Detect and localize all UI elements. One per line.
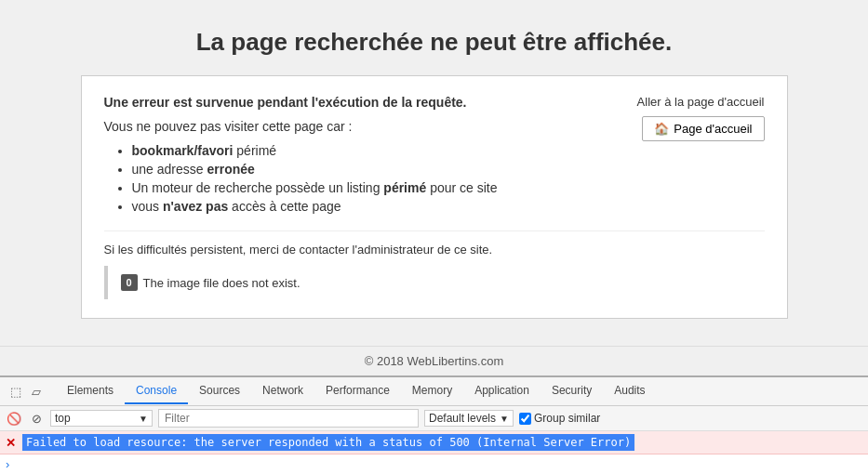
image-error-icon: 0 bbox=[121, 274, 138, 291]
inspect-icon[interactable]: ⬚ bbox=[7, 383, 24, 400]
levels-arrow: ▼ bbox=[500, 414, 509, 424]
levels-label: Default levels bbox=[429, 412, 496, 425]
clear-console-icon[interactable]: 🚫 bbox=[6, 410, 22, 427]
list-item: bookmark/favori périmé bbox=[132, 143, 597, 158]
error-icon: ✕ bbox=[6, 436, 19, 450]
list-item: Un moteur de recherche possède un listin… bbox=[132, 180, 597, 195]
levels-selector[interactable]: Default levels ▼ bbox=[424, 410, 514, 427]
error-box: Une erreur est survenue pendant l'exécut… bbox=[81, 75, 788, 319]
tab-console[interactable]: Console bbox=[125, 378, 188, 404]
log-prompt-row: › bbox=[0, 454, 868, 474]
tab-application[interactable]: Application bbox=[463, 378, 541, 404]
filter-icon[interactable]: ⊘ bbox=[28, 410, 45, 427]
persist-text: Si les difficultés persistent, merci de … bbox=[104, 230, 765, 299]
list-item: une adresse erronée bbox=[132, 162, 597, 177]
tab-sources[interactable]: Sources bbox=[188, 378, 251, 404]
footer-bar: © 2018 WebLibertins.com bbox=[0, 346, 868, 375]
image-error-row: 0 The image file does not exist. bbox=[104, 266, 765, 299]
context-selector[interactable]: top ▼ bbox=[50, 410, 153, 427]
error-right: Aller à la page d'accueil 🏠 Page d'accue… bbox=[597, 95, 765, 141]
home-icon: 🏠 bbox=[654, 122, 669, 136]
go-home-label: Aller à la page d'accueil bbox=[637, 95, 765, 109]
prompt-icon: › bbox=[6, 457, 9, 471]
devtools-tabs: ⬚ ▱ Elements Console Sources Network Per… bbox=[0, 377, 868, 406]
context-value: top bbox=[55, 412, 135, 425]
error-sub-text: Vous ne pouvez pas visiter cette page ca… bbox=[104, 119, 597, 134]
footer-text: © 2018 WebLibertins.com bbox=[365, 354, 504, 368]
group-similar-checkbox[interactable] bbox=[519, 413, 531, 425]
page-title: La page recherchée ne peut être affichée… bbox=[196, 28, 673, 57]
error-main-text: Une erreur est survenue pendant l'exécut… bbox=[104, 95, 597, 110]
tab-elements[interactable]: Elements bbox=[56, 378, 125, 404]
tab-audits[interactable]: Audits bbox=[603, 378, 656, 404]
devtools-icon-group: ⬚ ▱ bbox=[6, 377, 47, 405]
persist-paragraph: Si les difficultés persistent, merci de … bbox=[104, 243, 765, 257]
vertical-bar bbox=[104, 266, 108, 299]
devtools-panel: ⬚ ▱ Elements Console Sources Network Per… bbox=[0, 375, 868, 474]
log-error-text: Failed to load resource: the server resp… bbox=[22, 434, 634, 451]
log-error-selected-text: Failed to load resource: the server resp… bbox=[22, 434, 634, 451]
console-filter-input[interactable] bbox=[158, 409, 419, 428]
list-item: vous n'avez pas accès à cette page bbox=[132, 199, 597, 214]
tab-memory[interactable]: Memory bbox=[401, 378, 463, 404]
home-button-label: Page d'accueil bbox=[674, 122, 752, 136]
home-button[interactable]: 🏠 Page d'accueil bbox=[642, 116, 764, 141]
tab-security[interactable]: Security bbox=[541, 378, 603, 404]
error-list: bookmark/favori périmé une adresse erron… bbox=[132, 143, 597, 214]
device-icon[interactable]: ▱ bbox=[28, 383, 45, 400]
group-similar-text: Group similar bbox=[534, 412, 600, 425]
context-arrow: ▼ bbox=[139, 414, 148, 424]
tab-network[interactable]: Network bbox=[251, 378, 314, 404]
error-top-row: Une erreur est survenue pendant l'exécut… bbox=[104, 95, 765, 223]
log-error-row: ✕ Failed to load resource: the server re… bbox=[0, 431, 868, 454]
image-error-text: The image file does not exist. bbox=[143, 276, 300, 290]
group-similar-label[interactable]: Group similar bbox=[519, 412, 600, 425]
devtools-log: ✕ Failed to load resource: the server re… bbox=[0, 431, 868, 474]
devtools-toolbar: 🚫 ⊘ top ▼ Default levels ▼ Group similar bbox=[0, 406, 868, 431]
tab-performance[interactable]: Performance bbox=[314, 378, 401, 404]
error-left: Une erreur est survenue pendant l'exécut… bbox=[104, 95, 597, 223]
main-content: La page recherchée ne peut être affichée… bbox=[0, 0, 868, 346]
